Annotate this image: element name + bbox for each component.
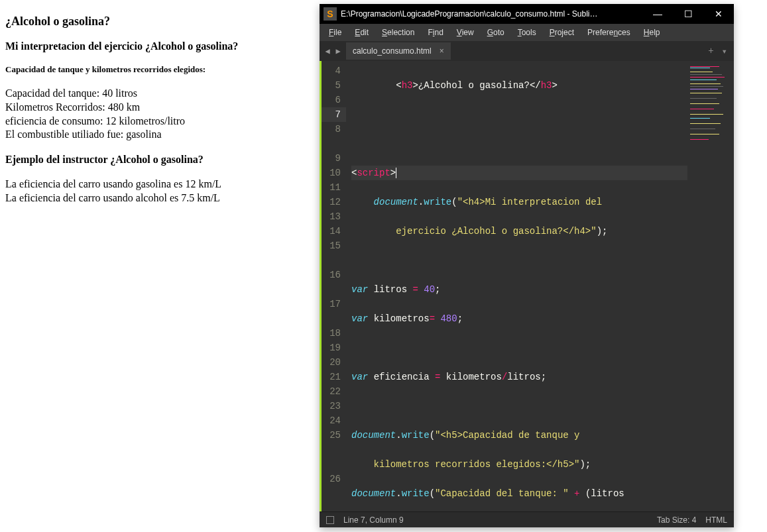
tab-close-button[interactable]: × xyxy=(440,46,444,56)
line-number-gutter[interactable]: 456 78 91011 121314 15 16 17 181920 2122… xyxy=(320,61,346,511)
page-h4b: Ejemplo del instructor ¿Alcohol o gasoli… xyxy=(5,154,310,166)
menu-help[interactable]: Help xyxy=(637,25,667,40)
output-line: La eficiencia del carro usando alcohol e… xyxy=(5,191,310,205)
page-h4: Mi interpretacion del ejercicio ¿Alcohol… xyxy=(5,40,310,52)
output-line: Capacidad del tanque: 40 litros xyxy=(5,87,310,101)
maximize-button[interactable]: ☐ xyxy=(673,4,703,24)
status-syntax[interactable]: HTML xyxy=(705,515,727,525)
menu-tools[interactable]: Tools xyxy=(511,25,543,40)
new-tab-button[interactable]: + xyxy=(704,46,717,56)
tab-active[interactable]: calculo_consumo.html × xyxy=(346,42,451,60)
sublime-window: S E:\Programacion\LogicadeProgramacion\c… xyxy=(320,4,734,527)
menu-find[interactable]: Find xyxy=(421,25,449,40)
page-h5: Capacidad de tanque y kilometros recorri… xyxy=(5,64,310,75)
editor[interactable]: 456 78 91011 121314 15 16 17 181920 2122… xyxy=(320,61,734,511)
menu-preferences[interactable]: Preferences xyxy=(581,25,637,40)
nav-back-button[interactable]: ◀ xyxy=(322,46,333,56)
tab-dropdown-button[interactable]: ▾ xyxy=(718,46,731,57)
statusbar: Line 7, Column 9 Tab Size: 4 HTML xyxy=(320,511,734,527)
status-tab-size[interactable]: Tab Size: 4 xyxy=(657,515,696,525)
minimize-button[interactable]: — xyxy=(642,4,673,24)
page-h3: ¿Alcohol o gasolina? xyxy=(5,15,310,28)
status-cursor-pos: Line 7, Column 9 xyxy=(343,515,404,525)
output-line: El combustible utiliado fue: gasolina xyxy=(5,128,310,142)
nav-forward-button[interactable]: ▶ xyxy=(333,46,343,56)
menu-file[interactable]: File xyxy=(322,25,348,40)
minimap[interactable] xyxy=(687,61,734,511)
output-line: eficiencia de consumo: 12 kilometros/lit… xyxy=(5,115,310,129)
window-title: E:\Programacion\LogicadeProgramacion\cal… xyxy=(341,9,642,19)
browser-output: ¿Alcohol o gasolina? Mi interpretacion d… xyxy=(5,5,310,205)
menu-edit[interactable]: Edit xyxy=(348,25,375,40)
close-button[interactable]: ✕ xyxy=(703,4,734,24)
app-icon: S xyxy=(324,7,337,21)
code-area[interactable]: <h3>¿Alcohol o gasolina?</h3> <script> d… xyxy=(346,61,687,511)
output-line: Kilometros Recorridos: 480 km xyxy=(5,101,310,115)
menubar: File Edit Selection Find View Goto Tools… xyxy=(320,24,734,41)
titlebar[interactable]: S E:\Programacion\LogicadeProgramacion\c… xyxy=(320,4,734,24)
menu-selection[interactable]: Selection xyxy=(375,25,421,40)
menu-project[interactable]: Project xyxy=(543,25,581,40)
menu-goto[interactable]: Goto xyxy=(481,25,511,40)
tabbar: ◀ ▶ calculo_consumo.html × + ▾ xyxy=(320,41,734,61)
menu-view[interactable]: View xyxy=(450,25,481,40)
status-panel-toggle[interactable] xyxy=(326,516,334,524)
tab-label: calculo_consumo.html xyxy=(353,46,432,56)
output-line: La eficiencia del carro usando gasolina … xyxy=(5,178,310,191)
code-text: ¿Alcohol o gasolina? xyxy=(418,80,530,91)
text-cursor xyxy=(396,168,396,178)
